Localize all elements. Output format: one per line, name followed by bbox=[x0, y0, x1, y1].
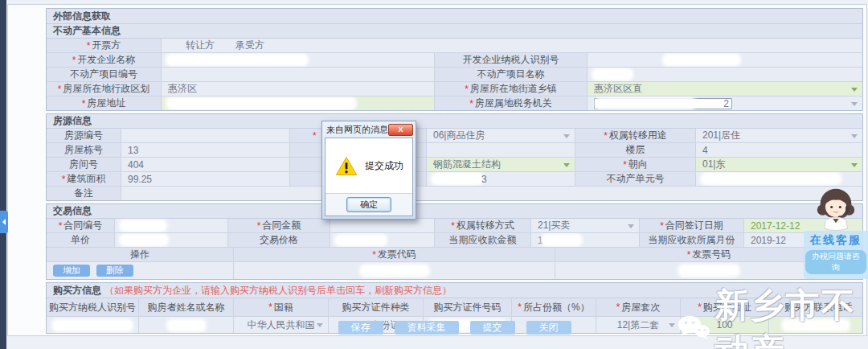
col-buyer-tin: 购买方纳税人识别号 bbox=[47, 298, 139, 316]
save-button[interactable]: 保存 bbox=[338, 321, 383, 335]
row-price: 单价 交易价格 当期应收款金额 1 当期应收款所属月份 2019-12 bbox=[47, 233, 862, 248]
collect-data-button[interactable]: 资料采集 bbox=[395, 321, 459, 335]
row-invoice-values: 增加 删除 bbox=[47, 262, 862, 279]
row-contract: *合同编号 *合同金额 *权属转移方式 21|买卖 *合同签订日期 2017-1… bbox=[47, 219, 862, 233]
required-asterisk: * bbox=[616, 302, 620, 313]
room-no-value: 404 bbox=[121, 158, 290, 171]
sidebar-collapse-tab[interactable] bbox=[0, 211, 8, 233]
delete-row-button[interactable]: 删除 bbox=[96, 265, 133, 277]
dialog-title: 来自网页的消息 bbox=[326, 124, 388, 136]
invoice-code-value bbox=[234, 262, 555, 279]
transfer-use-label: *权属转移用途 bbox=[575, 129, 696, 142]
invoicer-option-transferor[interactable]: 转让方 bbox=[186, 39, 215, 52]
section-title-buyer: 购买方信息（如果购买方为企业，请输入购买方纳税人识别号后单击回车，刷新购买方信息… bbox=[47, 283, 862, 298]
add-row-button[interactable]: 增加 bbox=[53, 265, 90, 277]
receivable-value: 1 bbox=[531, 233, 640, 247]
invoicer-option-transferee[interactable]: 承受方 bbox=[235, 39, 264, 52]
redacted-value bbox=[433, 174, 481, 183]
row-invoice-labels: 操作 *发票代码 *发票号码 bbox=[47, 248, 862, 262]
contract-amount-value bbox=[330, 219, 435, 232]
customer-service-box[interactable]: 在线客服 办税问题请咨询 bbox=[804, 231, 868, 279]
receivable-label: 当期应收款金额 bbox=[435, 233, 531, 247]
footer-actions: 保存 资料采集 提交 关闭 bbox=[46, 321, 863, 335]
required-asterisk: * bbox=[698, 302, 702, 313]
buyer-hint-text: （如果购买方为企业，请输入购买方纳税人识别号后单击回车，刷新购买方信息） bbox=[104, 285, 452, 296]
transfer-use-select[interactable]: 201|居住 bbox=[696, 129, 862, 142]
redacted-value bbox=[594, 70, 631, 79]
unit-price-label: 单价 bbox=[47, 233, 115, 247]
transfer-mode-label: *权属转移方式 bbox=[435, 219, 531, 232]
unit-no-value bbox=[696, 172, 862, 186]
buyer-table-header: 购买方纳税人识别号 购房者姓名或名称 *国籍 购买方证件种类 购买方证件号码 *… bbox=[47, 298, 862, 317]
warning-icon bbox=[335, 156, 358, 176]
form-area: 外部信息获取 不动产基本信息 *开票方 转让方 承受方 *开发企业名称 开发企业… bbox=[46, 8, 863, 336]
project-name-label: 不动产项目名称 bbox=[435, 68, 588, 81]
tax-office-label: *房屋属地税务机关 bbox=[435, 96, 588, 110]
required-asterisk: * bbox=[58, 84, 62, 95]
required-asterisk: * bbox=[604, 130, 608, 142]
customer-service-avatar bbox=[806, 185, 866, 232]
contract-amount-label: *合同金额 bbox=[228, 219, 330, 232]
close-icon[interactable]: X bbox=[388, 124, 413, 136]
street-select[interactable]: 惠济区区直 bbox=[588, 82, 862, 96]
col-buyer-phone: *购买方联系电话 bbox=[769, 298, 862, 316]
redacted-value bbox=[362, 266, 428, 275]
dev-tin-label: 开发企业纳税人识别号 bbox=[435, 53, 588, 67]
room-no-label: 房间号 bbox=[47, 158, 121, 171]
required-asterisk: * bbox=[72, 55, 76, 66]
orientation-select[interactable]: 01|东 bbox=[696, 158, 862, 171]
col-id-number: 购买方证件号码 bbox=[424, 298, 512, 316]
dev-name-value bbox=[162, 53, 435, 67]
row-building-no: 房屋栋号 13 楼层 4 bbox=[47, 143, 862, 158]
row-address: *房屋地址 *房屋属地税务机关 2 bbox=[47, 96, 862, 110]
customer-service-widget[interactable]: 在线客服 办税问题请咨询 bbox=[804, 185, 868, 279]
col-house-seq: *房屋套次 bbox=[596, 298, 681, 316]
ok-button[interactable]: 确定 bbox=[346, 197, 391, 212]
col-share: *所占份额（%） bbox=[512, 298, 596, 316]
redacted-value bbox=[121, 236, 166, 244]
redacted-value bbox=[337, 236, 385, 244]
row-district: *房屋所在地行政区划 惠济区 *房屋所在地街道乡镇 惠济区区直 bbox=[47, 82, 862, 96]
row-project-no: 不动产项目编号 不动产项目名称 bbox=[47, 68, 862, 82]
redacted-value bbox=[168, 55, 306, 64]
chevron-down-icon bbox=[851, 102, 858, 106]
sign-date-label: *合同签订日期 bbox=[640, 219, 744, 232]
real-estate-tax-form-page: 外部信息获取 不动产基本信息 *开票方 转让方 承受方 *开发企业名称 开发企业… bbox=[0, 0, 868, 349]
dialog-footer: 确定 bbox=[326, 193, 412, 216]
required-asterisk: * bbox=[469, 98, 473, 109]
section-trade-info: 交易信息 *合同编号 *合同金额 *权属转移方式 21|买卖 *合同签订日期 2… bbox=[46, 203, 863, 280]
invoice-code-label: *发票代码 bbox=[234, 248, 555, 261]
submit-button[interactable]: 提交 bbox=[470, 321, 515, 335]
address-input[interactable] bbox=[162, 96, 435, 110]
section-title-basic: 不动产基本信息 bbox=[47, 24, 862, 39]
structure-select[interactable]: 钢筋混凝土结构 bbox=[427, 158, 575, 171]
tax-office-input[interactable]: 2 bbox=[594, 98, 732, 109]
redacted-value bbox=[543, 236, 580, 244]
transfer-mode-select[interactable]: 21|买卖 bbox=[531, 219, 640, 232]
source-no-value bbox=[121, 129, 290, 142]
close-button[interactable]: 关闭 bbox=[526, 321, 571, 335]
source-no-label: 房源编号 bbox=[47, 129, 121, 142]
redacted-value bbox=[680, 266, 738, 275]
row-dev-name: *开发企业名称 开发企业纳税人识别号 bbox=[47, 53, 862, 68]
required-asterisk: * bbox=[687, 249, 691, 261]
required-asterisk: * bbox=[465, 84, 469, 95]
section-basic-info: 外部信息获取 不动产基本信息 *开票方 转让方 承受方 *开发企业名称 开发企业… bbox=[46, 8, 863, 111]
left-sidebar-strip bbox=[0, 0, 6, 349]
customer-service-title: 在线客服 bbox=[805, 233, 866, 248]
remark-value[interactable] bbox=[121, 187, 862, 200]
chevron-down-icon bbox=[851, 163, 858, 167]
unit-no-label: 不动产单元号 bbox=[575, 172, 696, 186]
chevron-down-icon bbox=[851, 88, 858, 92]
hidden-value bbox=[427, 143, 575, 157]
chevron-down-icon bbox=[851, 134, 858, 138]
redacted-value bbox=[597, 99, 694, 108]
project-no-value bbox=[162, 68, 435, 81]
unit-price-value bbox=[115, 233, 228, 247]
contract-no-value bbox=[115, 219, 228, 232]
row-invoicer: *开票方 转让方 承受方 bbox=[47, 39, 862, 53]
required-asterisk: * bbox=[268, 302, 272, 313]
house-type-select[interactable]: 06|商品住房 bbox=[427, 129, 575, 142]
required-asterisk: * bbox=[623, 159, 627, 170]
col-buyer-name: 购房者姓名或名称 bbox=[139, 298, 234, 316]
